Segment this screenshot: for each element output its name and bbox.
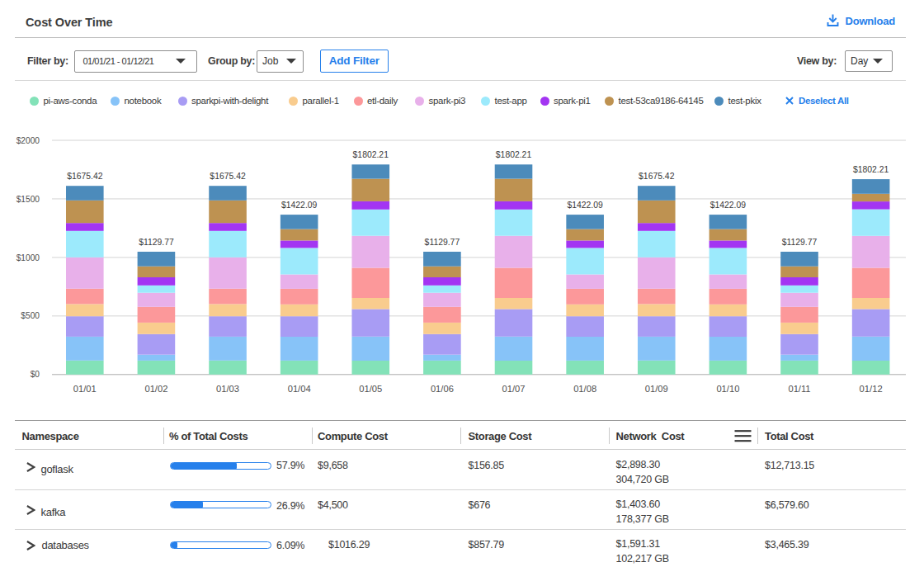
svg-text:01/01: 01/01 <box>73 384 97 394</box>
svg-text:$0: $0 <box>31 370 40 379</box>
svg-text:$1500: $1500 <box>16 195 40 204</box>
svg-text:01/04: 01/04 <box>288 384 311 394</box>
svg-text:$1129.77: $1129.77 <box>425 238 460 247</box>
svg-text:01/11: 01/11 <box>788 384 810 394</box>
svg-text:01/03: 01/03 <box>216 384 239 394</box>
svg-text:01/05: 01/05 <box>359 384 382 394</box>
svg-text:$1000: $1000 <box>16 253 40 262</box>
svg-text:$1675.42: $1675.42 <box>210 172 246 181</box>
svg-text:$1422.09: $1422.09 <box>710 201 747 210</box>
svg-text:$1675.42: $1675.42 <box>639 172 675 181</box>
svg-text:$1129.77: $1129.77 <box>139 238 174 247</box>
svg-text:$1802.21: $1802.21 <box>853 165 889 174</box>
svg-text:$500: $500 <box>21 311 40 320</box>
svg-text:01/12: 01/12 <box>860 384 883 394</box>
svg-text:$1802.21: $1802.21 <box>496 150 532 159</box>
svg-text:01/07: 01/07 <box>502 384 526 394</box>
svg-text:01/02: 01/02 <box>144 384 167 394</box>
svg-text:$1129.77: $1129.77 <box>782 238 818 247</box>
svg-text:01/08: 01/08 <box>573 384 596 394</box>
svg-text:01/09: 01/09 <box>645 384 668 394</box>
svg-text:$1802.21: $1802.21 <box>353 150 389 159</box>
svg-text:01/06: 01/06 <box>431 384 454 394</box>
svg-text:$1422.09: $1422.09 <box>281 201 318 210</box>
svg-text:01/10: 01/10 <box>716 384 739 394</box>
svg-text:$2000: $2000 <box>16 136 40 145</box>
svg-text:$1422.09: $1422.09 <box>567 201 603 210</box>
svg-text:$1675.42: $1675.42 <box>67 172 103 181</box>
